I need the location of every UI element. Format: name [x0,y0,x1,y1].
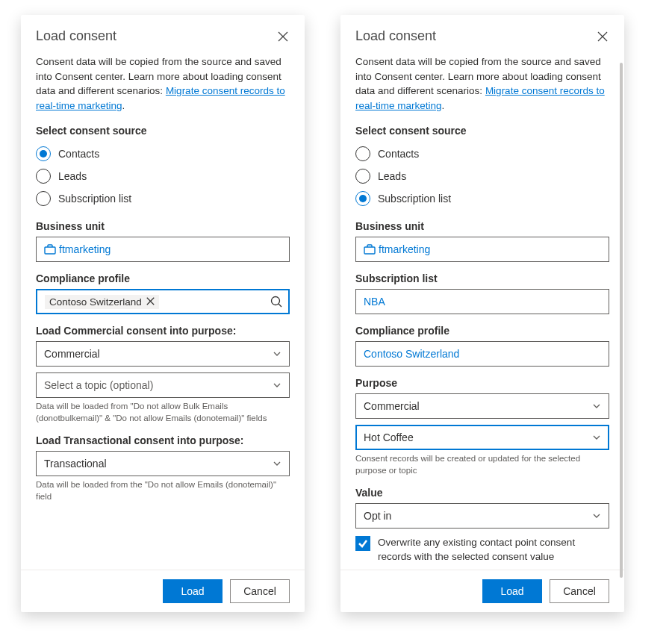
lookup-tag: Contoso Switzerland [45,295,159,309]
chevron-down-icon [592,511,601,520]
subscription-list-field[interactable]: NBA [355,289,609,314]
intro-text: Consent data will be copied from the sou… [36,54,290,113]
briefcase-icon [44,244,56,255]
business-unit-label: Business unit [36,220,290,232]
footer: Load Cancel [21,570,305,612]
compliance-profile-field[interactable]: Contoso Switzerland [355,341,609,367]
radio-subscription-list[interactable]: Subscription list [355,187,609,210]
radio-icon [36,169,51,184]
cancel-button[interactable]: Cancel [550,579,609,603]
svg-rect-2 [45,247,55,254]
topic-select[interactable]: Hot Coffee [355,425,609,450]
business-unit-field[interactable]: ftmarketing [355,237,609,262]
radio-contacts[interactable]: Contacts [36,143,290,165]
radio-leads[interactable]: Leads [36,165,290,187]
radio-icon [36,146,51,161]
overwrite-label: Overwrite any existing contact point con… [378,536,609,563]
intro-text: Consent data will be copied from the sou… [355,54,609,113]
svg-rect-9 [364,247,375,254]
close-icon[interactable] [596,30,609,43]
radio-icon [36,191,51,206]
radio-icon [355,146,370,161]
source-label: Select consent source [36,125,290,137]
subscription-list-label: Subscription list [355,272,609,284]
load-consent-panel-contacts: Load consent Consent data will be copied… [21,15,305,612]
value-select[interactable]: Opt in [355,503,609,529]
footer: Load Cancel [340,570,624,612]
compliance-profile-label: Compliance profile [36,272,290,284]
tag-remove-icon[interactable] [146,296,155,308]
compliance-profile-label: Compliance profile [355,325,609,337]
purpose-select[interactable]: Commercial [355,393,609,419]
radio-icon [355,169,370,184]
close-icon[interactable] [276,30,290,43]
svg-line-6 [279,304,281,307]
load-consent-panel-subscription: Load consent Consent data will be copied… [340,15,624,612]
commercial-help: Data will be loaded from "Do not allow B… [36,401,290,424]
commercial-purpose-select[interactable]: Commercial [36,341,290,367]
transactional-heading: Load Transactional consent into purpose: [36,434,290,446]
panel-title: Load consent [355,28,436,44]
load-button[interactable]: Load [163,579,223,603]
radio-leads[interactable]: Leads [355,165,609,187]
transactional-purpose-select[interactable]: Transactional [36,451,290,476]
consent-source-group: Contacts Leads Subscription list [36,143,290,210]
business-unit-label: Business unit [355,220,609,232]
scrollbar[interactable] [620,63,623,585]
purpose-help: Consent records will be created or updat… [355,453,609,476]
source-label: Select consent source [355,125,609,137]
compliance-profile-lookup[interactable]: Contoso Switzerland [36,289,290,314]
search-icon[interactable] [270,296,282,308]
business-unit-field[interactable]: ftmarketing [36,237,290,262]
transactional-help: Data will be loaded from the "Do not all… [36,479,290,502]
checkbox-icon [355,536,370,551]
panel-title: Load consent [36,28,116,44]
commercial-topic-select[interactable]: Select a topic (optional) [36,372,290,398]
load-button[interactable]: Load [482,579,542,603]
chevron-down-icon [592,402,601,411]
briefcase-icon [364,244,376,255]
value-label: Value [355,487,609,499]
chevron-down-icon [273,349,281,358]
cancel-button[interactable]: Cancel [230,579,290,603]
radio-subscription-list[interactable]: Subscription list [36,187,290,210]
chevron-down-icon [273,459,281,468]
commercial-heading: Load Commercial consent into purpose: [36,325,290,337]
radio-contacts[interactable]: Contacts [355,143,609,165]
chevron-down-icon [592,433,601,442]
radio-icon [355,191,370,206]
consent-source-group: Contacts Leads Subscription list [355,143,609,210]
svg-point-5 [272,297,280,305]
chevron-down-icon [273,381,281,390]
overwrite-checkbox[interactable]: Overwrite any existing contact point con… [355,536,609,563]
purpose-label: Purpose [355,377,609,389]
